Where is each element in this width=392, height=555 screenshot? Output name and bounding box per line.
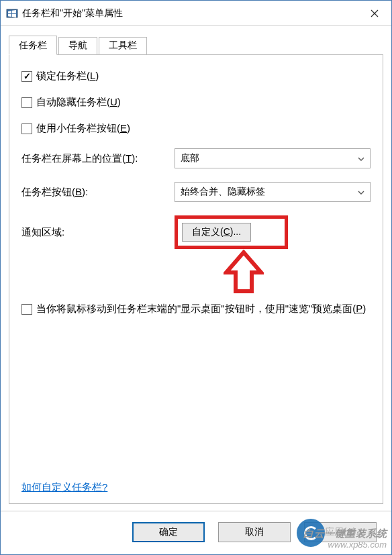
position-value: 底部	[181, 152, 199, 164]
help-link[interactable]: 如何自定义任务栏?	[21, 481, 107, 494]
cancel-button[interactable]: 取消	[218, 522, 291, 542]
peek-option[interactable]: 当你将鼠标移动到任务栏末端的"显示桌面"按钮时，使用"速览"预览桌面(P)	[21, 303, 371, 315]
customize-button[interactable]: 自定义(C)...	[182, 223, 251, 242]
notification-label: 通知区域:	[21, 226, 175, 239]
position-row: 任务栏在屏幕上的位置(T): 底部	[21, 148, 371, 168]
app-icon	[6, 7, 18, 19]
small-buttons-option[interactable]: 使用小任务栏按钮(E)	[21, 122, 371, 135]
position-label: 任务栏在屏幕上的位置(T):	[21, 152, 175, 165]
tab-toolbars[interactable]: 工具栏	[99, 37, 147, 55]
peek-label: 当你将鼠标移动到任务栏末端的"显示桌面"按钮时，使用"速览"预览桌面(P)	[36, 303, 366, 315]
small-buttons-checkbox[interactable]	[21, 123, 32, 134]
buttons-select[interactable]: 始终合并、隐藏标签	[175, 182, 371, 202]
tabs: 任务栏 导航 工具栏	[9, 36, 383, 54]
position-select[interactable]: 底部	[175, 148, 371, 168]
tab-navigation[interactable]: 导航	[58, 37, 97, 55]
titlebar: 任务栏和"开始"菜单属性	[1, 1, 391, 26]
tab-taskbar[interactable]: 任务栏	[9, 36, 57, 55]
buttons-row: 任务栏按钮(B): 始终合并、隐藏标签	[21, 182, 371, 202]
ok-button[interactable]: 确定	[132, 522, 205, 542]
auto-hide-label: 自动隐藏任务栏(U)	[36, 96, 121, 109]
properties-window: 任务栏和"开始"菜单属性 任务栏 导航 工具栏 锁定任务栏(L) 自动隐藏任务栏…	[0, 0, 392, 555]
tab-panel-taskbar: 锁定任务栏(L) 自动隐藏任务栏(U) 使用小任务栏按钮(E) 任务栏在屏幕上的…	[9, 54, 383, 504]
arrow-annotation	[224, 250, 264, 299]
close-icon	[371, 9, 379, 17]
dialog-button-bar: 确定 取消 应用(A)	[1, 511, 391, 554]
highlight-box: 自定义(C)...	[175, 215, 288, 249]
peek-checkbox[interactable]	[21, 304, 32, 315]
lock-taskbar-checkbox[interactable]	[21, 71, 32, 82]
lock-taskbar-option[interactable]: 锁定任务栏(L)	[21, 70, 371, 83]
buttons-value: 始终合并、隐藏标签	[181, 186, 265, 198]
chevron-down-icon	[358, 154, 364, 163]
chevron-down-icon	[358, 187, 364, 197]
auto-hide-option[interactable]: 自动隐藏任务栏(U)	[21, 96, 371, 109]
close-button[interactable]	[358, 1, 391, 26]
lock-taskbar-label: 锁定任务栏(L)	[36, 70, 99, 83]
auto-hide-checkbox[interactable]	[21, 97, 32, 108]
content-area: 任务栏 导航 工具栏 锁定任务栏(L) 自动隐藏任务栏(U) 使用小任务栏按钮(…	[1, 26, 391, 511]
window-title: 任务栏和"开始"菜单属性	[22, 7, 358, 19]
notification-row: 通知区域: 自定义(C)...	[21, 215, 371, 249]
apply-button[interactable]: 应用(A)	[304, 522, 377, 542]
small-buttons-label: 使用小任务栏按钮(E)	[36, 122, 130, 135]
buttons-label: 任务栏按钮(B):	[21, 186, 175, 199]
